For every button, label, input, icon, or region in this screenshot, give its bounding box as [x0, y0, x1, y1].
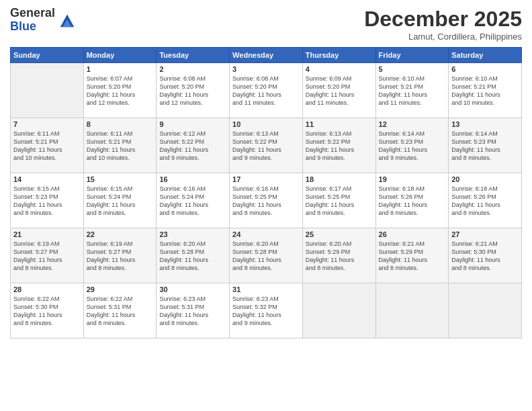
day-info: Sunrise: 6:23 AM Sunset: 5:31 PM Dayligh… [159, 295, 226, 328]
calendar-cell: 26Sunrise: 6:21 AM Sunset: 5:29 PM Dayli… [375, 228, 449, 283]
day-info: Sunrise: 6:19 AM Sunset: 5:27 PM Dayligh… [13, 240, 81, 273]
calendar-week-row: 28Sunrise: 6:22 AM Sunset: 5:30 PM Dayli… [11, 283, 522, 338]
day-number: 16 [159, 175, 226, 183]
location: Lamut, Cordillera, Philippines [364, 32, 522, 42]
calendar-cell: 16Sunrise: 6:16 AM Sunset: 5:24 PM Dayli… [157, 173, 230, 228]
day-number: 20 [451, 175, 519, 183]
weekday-header: Friday [375, 48, 449, 63]
calendar-cell: 13Sunrise: 6:14 AM Sunset: 5:23 PM Dayli… [449, 118, 522, 173]
day-number: 27 [451, 230, 519, 238]
calendar-cell: 7Sunrise: 6:11 AM Sunset: 5:21 PM Daylig… [11, 118, 84, 173]
calendar-cell: 23Sunrise: 6:20 AM Sunset: 5:28 PM Dayli… [157, 228, 230, 283]
calendar-week-row: 7Sunrise: 6:11 AM Sunset: 5:21 PM Daylig… [11, 118, 522, 173]
calendar-cell [449, 283, 522, 338]
day-number: 6 [451, 65, 519, 73]
calendar-cell: 11Sunrise: 6:13 AM Sunset: 5:22 PM Dayli… [302, 118, 375, 173]
calendar-cell: 18Sunrise: 6:17 AM Sunset: 5:25 PM Dayli… [302, 173, 375, 228]
day-info: Sunrise: 6:14 AM Sunset: 5:23 PM Dayligh… [379, 130, 446, 163]
day-info: Sunrise: 6:20 AM Sunset: 5:29 PM Dayligh… [306, 240, 373, 273]
day-number: 5 [379, 65, 446, 73]
calendar-cell: 4Sunrise: 6:09 AM Sunset: 5:20 PM Daylig… [302, 63, 375, 118]
day-info: Sunrise: 6:07 AM Sunset: 5:20 PM Dayligh… [87, 75, 154, 107]
day-number: 11 [306, 120, 373, 128]
calendar-cell: 1Sunrise: 6:07 AM Sunset: 5:20 PM Daylig… [83, 63, 157, 118]
calendar-cell: 12Sunrise: 6:14 AM Sunset: 5:23 PM Dayli… [375, 118, 449, 173]
day-number: 1 [87, 65, 154, 73]
title-block: December 2025 Lamut, Cordillera, Philipp… [364, 7, 522, 42]
day-number: 9 [159, 120, 226, 128]
calendar-cell: 20Sunrise: 6:18 AM Sunset: 5:26 PM Dayli… [449, 173, 522, 228]
day-info: Sunrise: 6:11 AM Sunset: 5:21 PM Dayligh… [13, 130, 81, 163]
day-info: Sunrise: 6:10 AM Sunset: 5:21 PM Dayligh… [379, 75, 446, 107]
calendar-cell: 31Sunrise: 6:23 AM Sunset: 5:32 PM Dayli… [230, 283, 303, 338]
day-number: 8 [87, 120, 154, 128]
day-number: 22 [87, 230, 154, 238]
calendar-cell: 24Sunrise: 6:20 AM Sunset: 5:28 PM Dayli… [230, 228, 303, 283]
day-number: 24 [232, 230, 300, 238]
calendar-cell: 6Sunrise: 6:10 AM Sunset: 5:21 PM Daylig… [449, 63, 522, 118]
logo: General Blue [10, 7, 77, 34]
calendar-cell: 14Sunrise: 6:15 AM Sunset: 5:23 PM Dayli… [11, 173, 84, 228]
day-info: Sunrise: 6:23 AM Sunset: 5:32 PM Dayligh… [232, 295, 300, 328]
day-info: Sunrise: 6:08 AM Sunset: 5:20 PM Dayligh… [232, 75, 300, 107]
weekday-header: Saturday [449, 48, 522, 63]
day-info: Sunrise: 6:21 AM Sunset: 5:30 PM Dayligh… [451, 240, 519, 273]
logo-blue: Blue [10, 19, 36, 33]
weekday-header: Monday [83, 48, 157, 63]
calendar-week-row: 1Sunrise: 6:07 AM Sunset: 5:20 PM Daylig… [11, 63, 522, 118]
day-number: 30 [159, 285, 226, 293]
logo-icon [58, 11, 77, 30]
calendar-week-row: 14Sunrise: 6:15 AM Sunset: 5:23 PM Dayli… [11, 173, 522, 228]
calendar-cell: 21Sunrise: 6:19 AM Sunset: 5:27 PM Dayli… [11, 228, 84, 283]
day-number: 15 [87, 175, 154, 183]
weekday-header: Thursday [302, 48, 375, 63]
day-number: 4 [306, 65, 373, 73]
calendar-body: 1Sunrise: 6:07 AM Sunset: 5:20 PM Daylig… [11, 63, 522, 338]
day-info: Sunrise: 6:09 AM Sunset: 5:20 PM Dayligh… [306, 75, 373, 107]
calendar-cell [302, 283, 375, 338]
calendar-cell: 3Sunrise: 6:08 AM Sunset: 5:20 PM Daylig… [230, 63, 303, 118]
day-number: 13 [451, 120, 519, 128]
calendar-cell [375, 283, 449, 338]
calendar-table: SundayMondayTuesdayWednesdayThursdayFrid… [10, 47, 522, 338]
day-info: Sunrise: 6:10 AM Sunset: 5:21 PM Dayligh… [451, 75, 519, 107]
header: General Blue December 2025 Lamut, Cordil… [10, 7, 522, 42]
day-info: Sunrise: 6:15 AM Sunset: 5:24 PM Dayligh… [87, 185, 154, 218]
day-info: Sunrise: 6:22 AM Sunset: 5:31 PM Dayligh… [87, 295, 154, 328]
day-number: 7 [13, 120, 81, 128]
day-number: 14 [13, 175, 81, 183]
day-info: Sunrise: 6:11 AM Sunset: 5:21 PM Dayligh… [87, 130, 154, 163]
day-number: 17 [232, 175, 300, 183]
weekday-header: Wednesday [230, 48, 303, 63]
day-info: Sunrise: 6:16 AM Sunset: 5:25 PM Dayligh… [232, 185, 300, 218]
day-number: 10 [232, 120, 300, 128]
day-number: 2 [159, 65, 226, 73]
calendar-cell: 9Sunrise: 6:12 AM Sunset: 5:22 PM Daylig… [157, 118, 230, 173]
day-number: 26 [379, 230, 446, 238]
calendar-cell: 10Sunrise: 6:13 AM Sunset: 5:22 PM Dayli… [230, 118, 303, 173]
calendar-week-row: 21Sunrise: 6:19 AM Sunset: 5:27 PM Dayli… [11, 228, 522, 283]
calendar-cell: 19Sunrise: 6:18 AM Sunset: 5:26 PM Dayli… [375, 173, 449, 228]
day-info: Sunrise: 6:19 AM Sunset: 5:27 PM Dayligh… [87, 240, 154, 273]
day-number: 3 [232, 65, 300, 73]
day-info: Sunrise: 6:13 AM Sunset: 5:22 PM Dayligh… [306, 130, 373, 163]
calendar-cell: 27Sunrise: 6:21 AM Sunset: 5:30 PM Dayli… [449, 228, 522, 283]
calendar-cell: 22Sunrise: 6:19 AM Sunset: 5:27 PM Dayli… [83, 228, 157, 283]
logo-general: General [10, 6, 55, 19]
day-number: 18 [306, 175, 373, 183]
calendar-container: General Blue December 2025 Lamut, Cordil… [0, 0, 532, 411]
day-info: Sunrise: 6:21 AM Sunset: 5:29 PM Dayligh… [379, 240, 446, 273]
weekday-header: Tuesday [157, 48, 230, 63]
day-info: Sunrise: 6:20 AM Sunset: 5:28 PM Dayligh… [159, 240, 226, 273]
day-number: 23 [159, 230, 226, 238]
day-info: Sunrise: 6:08 AM Sunset: 5:20 PM Dayligh… [159, 75, 226, 107]
month-title: December 2025 [364, 7, 522, 32]
calendar-cell [11, 63, 84, 118]
day-number: 12 [379, 120, 446, 128]
day-number: 31 [232, 285, 300, 293]
day-number: 28 [13, 285, 81, 293]
weekday-header: Sunday [11, 48, 84, 63]
day-info: Sunrise: 6:18 AM Sunset: 5:26 PM Dayligh… [379, 185, 446, 218]
calendar-cell: 30Sunrise: 6:23 AM Sunset: 5:31 PM Dayli… [157, 283, 230, 338]
day-number: 21 [13, 230, 81, 238]
